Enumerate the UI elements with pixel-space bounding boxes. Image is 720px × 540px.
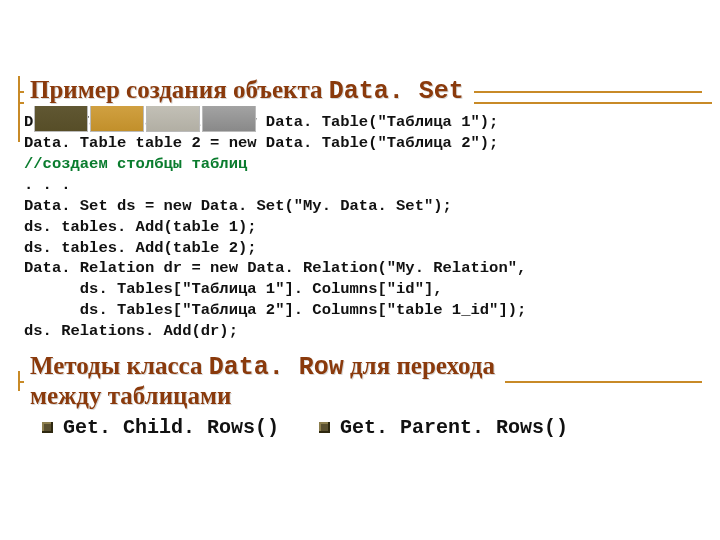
methods-list: Get. Child. Rows() Get. Parent. Rows(): [42, 416, 696, 439]
heading-plain: Пример создания объекта: [30, 76, 329, 103]
list-item: Get. Child. Rows(): [42, 416, 279, 439]
code-line: ds. Tables["Таблица 2"]. Columns["table …: [24, 301, 526, 319]
decor-tick: [18, 371, 20, 391]
square-bullet-icon: [319, 422, 330, 433]
method-name: Get. Parent. Rows(): [340, 416, 568, 439]
code-line: Data. Relation dr = new Data. Relation("…: [24, 259, 526, 277]
code-comment: //создаем столбцы таблиц: [24, 155, 247, 173]
code-line: . . .: [24, 176, 71, 194]
heading-datarow: Методы класса Data. Row для перехода меж…: [24, 352, 696, 410]
heading-plain: Методы класса: [30, 352, 209, 379]
heading-line2: между таблицами: [30, 382, 231, 409]
code-line: Data. Set ds = new Data. Set("My. Data. …: [24, 197, 452, 215]
heading-mono: Data. Set: [329, 77, 464, 106]
heading-tail: для перехода: [344, 352, 495, 379]
code-line: ds. Relations. Add(dr);: [24, 322, 238, 340]
square-bullet-icon: [42, 422, 53, 433]
code-line: ds. Tables["Таблица 1"]. Columns["id"],: [24, 280, 443, 298]
heading-text: Пример создания объекта Data. Set: [24, 76, 474, 106]
slide: 13 Пример создания объекта Data. Set Dat…: [0, 76, 720, 540]
code-line: ds. tables. Add(table 2);: [24, 239, 257, 257]
heading-mono: Data. Row: [209, 353, 344, 382]
heading-dataset: Пример создания объекта Data. Set: [24, 76, 696, 106]
code-line: ds. tables. Add(table 1);: [24, 218, 257, 236]
decor-tick: [18, 81, 20, 101]
heading-text: Методы класса Data. Row для перехода меж…: [24, 352, 505, 410]
method-name: Get. Child. Rows(): [63, 416, 279, 439]
list-item: Get. Parent. Rows(): [319, 416, 568, 439]
